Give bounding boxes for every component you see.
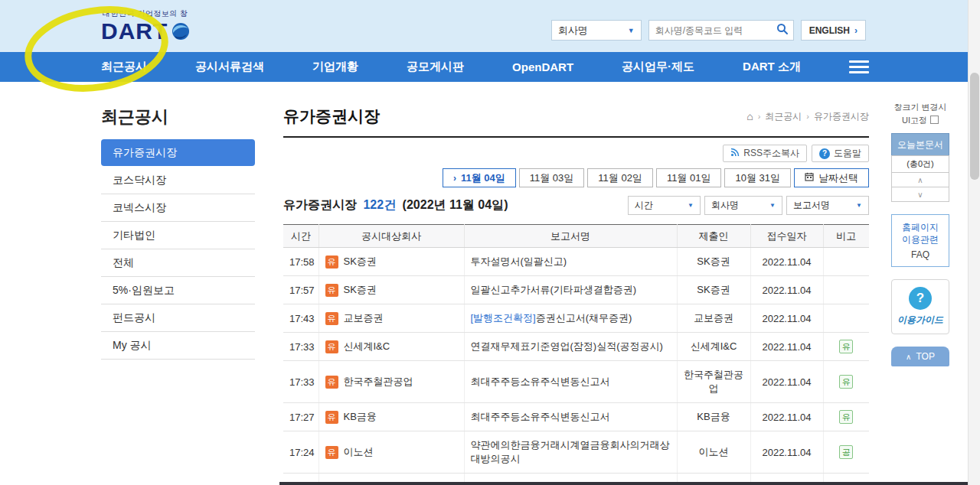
right-rail: 창크기 변경시 UI고정 오늘본문서 (총0건) ∧ ∨ 홈페이지 이용관련 F… [891, 101, 949, 366]
breadcrumb-recent[interactable]: 최근공시 [765, 110, 802, 123]
question-icon: ? [819, 148, 830, 159]
nav-item-disclosure-system[interactable]: 공시업무·제도 [622, 60, 694, 74]
nav-item-dart-intro[interactable]: DART 소개 [743, 60, 801, 74]
row-date: 2022.11.04 [750, 403, 823, 431]
sidebar-item-all[interactable]: 전체 [101, 249, 255, 277]
nav-item-public-offering[interactable]: 공모게시판 [407, 60, 464, 74]
nav-item-opendart[interactable]: OpenDART [512, 60, 573, 73]
row-submitter: 교보증권 [677, 304, 750, 333]
column-header-time: 시간 [283, 225, 318, 248]
menu-bar [849, 60, 869, 63]
nav-item-company-overview[interactable]: 기업개황 [312, 60, 358, 74]
table-row: 17:33 유한국주철관공업 최대주주등소유주식변동신고서 한국주철관공업 20… [283, 361, 869, 403]
page-scrollbar-track[interactable] [968, 0, 980, 485]
sidebar-item-other-corp[interactable]: 기타법인 [101, 222, 255, 249]
report-link[interactable]: 최대주주등소유주식변동신고서 [471, 376, 610, 387]
english-button[interactable]: ENGLISH › [801, 20, 866, 41]
chevron-down-icon: ▼ [688, 202, 694, 209]
date-tab-nov02[interactable]: 11월 02일 [587, 168, 653, 187]
sidebar-item-5pct-exec[interactable]: 5%·임원보고 [101, 277, 255, 304]
page-scrollbar-thumb[interactable] [970, 73, 979, 180]
today-documents-button[interactable]: 오늘본문서 [891, 133, 949, 156]
sidebar-item-kospi[interactable]: 유가증권시장 [101, 139, 255, 166]
column-header-remark: 비고 [823, 225, 869, 248]
search-category-select[interactable]: 회사명 ▼ [551, 20, 642, 41]
company-link[interactable]: 신세계I&C [344, 340, 390, 352]
company-link[interactable]: 이노션 [344, 446, 374, 457]
table-row: 17:27 유KB금융 최대주주등소유주식변동신고서 KB금융 2022.11.… [283, 403, 869, 431]
date-tab-nov03[interactable]: 11월 03일 [519, 168, 585, 187]
date-picker-button[interactable]: 날짜선택 [794, 168, 869, 187]
row-time: 17:24 [283, 431, 318, 474]
date-tab-nov01[interactable]: 11월 01일 [656, 168, 722, 187]
table-row: 17:57 유SK증권 일괄신고추가서류(기타파생결합증권) SK증권 2022… [283, 276, 869, 304]
help-button[interactable]: ? 도움말 [812, 145, 869, 162]
rss-copy-button[interactable]: RSS주소복사 [723, 145, 807, 162]
report-link[interactable]: 연결재무제표기준영업(잠정)실적(공정공시) [471, 340, 663, 352]
sidebar-item-fund[interactable]: 펀드공시 [101, 304, 255, 332]
logo-text: DART [101, 20, 168, 43]
sort-select-report[interactable]: 보고서명 ▼ [786, 196, 869, 215]
table-row: 17:24 유이노션 약관에의한금융거래시계열금융회사의거래상대방의공시 이노션… [283, 431, 869, 474]
date-tabs: › 11월 04일 11월 03일 11월 02일 11월 01일 10월 31… [283, 168, 869, 187]
date-tab-label: 11월 04일 [461, 171, 505, 185]
report-link[interactable]: 최대주주등소유주식변동신고서 [471, 411, 610, 422]
report-link[interactable]: 증권신고서(채무증권) [536, 312, 632, 324]
faq-line2: 이용관련 [893, 233, 947, 246]
sidebar-item-konex[interactable]: 코넥스시장 [101, 194, 255, 222]
nav-item-document-search[interactable]: 공시서류검색 [195, 60, 264, 74]
company-link[interactable]: SK증권 [344, 284, 377, 295]
report-link[interactable]: 약관에의한금융거래시계열금융회사의거래상대방의공시 [471, 439, 670, 464]
faq-label: FAQ [893, 249, 947, 260]
dart-logo-mark-icon [172, 22, 190, 41]
kospi-market-badge: 유 [325, 284, 338, 297]
kospi-market-badge: 유 [325, 256, 338, 269]
search-input[interactable] [655, 25, 776, 36]
sort-select-value: 회사명 [711, 199, 739, 212]
help-label: 도움말 [834, 147, 861, 160]
sort-select-company[interactable]: 회사명 ▼ [704, 196, 782, 215]
usage-guide-link[interactable]: ? 이용가이드 [891, 279, 949, 334]
report-correction-link[interactable]: [발행조건확정] [471, 312, 536, 324]
rss-label: RSS주소복사 [743, 147, 799, 160]
row-submitter: 한국주철관공업 [677, 361, 750, 403]
summary-count: 122건 [363, 198, 396, 211]
result-summary: 유가증권시장 122건 (2022년 11월 04일) [283, 197, 508, 213]
today-docs-prev-button[interactable]: ∧ [891, 172, 949, 187]
home-icon[interactable]: ⌂ [746, 110, 753, 122]
sidebar-item-kosdaq[interactable]: 코스닥시장 [101, 167, 255, 194]
date-tab-nov04[interactable]: › 11월 04일 [443, 168, 516, 187]
row-submitter: SK증권 [677, 276, 750, 304]
date-picker-label: 날짜선택 [818, 171, 858, 185]
arrow-right-icon: › [854, 25, 858, 36]
chevron-down-icon: ▼ [628, 27, 635, 34]
row-time: 17:27 [283, 403, 318, 431]
dart-logo[interactable]: 대한민국 기업정보의 창 DART [101, 8, 190, 43]
company-link[interactable]: KB금융 [344, 411, 377, 422]
search-icon[interactable] [776, 23, 789, 38]
company-link[interactable]: 한국주철관공업 [344, 376, 413, 387]
hamburger-menu-icon[interactable] [849, 60, 869, 73]
faq-link[interactable]: 홈페이지 이용관련 FAQ [891, 214, 949, 267]
kospi-market-badge: 유 [325, 312, 338, 325]
sort-select-value: 보고서명 [793, 199, 830, 212]
row-time: 17:33 [283, 361, 318, 403]
kospi-market-badge: 유 [325, 376, 338, 389]
company-link[interactable]: SK증권 [344, 256, 377, 267]
main-content: 유가증권시장 ⌂ › 최근공시 › 유가증권시장 RSS주소복사 ? 도움말 [283, 106, 869, 485]
date-tab-oct31[interactable]: 10월 31일 [724, 168, 791, 187]
nav-item-recent-disclosure[interactable]: 최근공시 [101, 60, 147, 74]
chevron-up-icon: ∧ [917, 176, 923, 184]
report-link[interactable]: 투자설명서(일괄신고) [471, 256, 567, 267]
sort-select-time[interactable]: 시간 ▼ [628, 196, 701, 215]
page-title: 유가증권시장 [283, 106, 380, 127]
date-tab-label: 11월 02일 [598, 171, 642, 185]
today-docs-next-button[interactable]: ∨ [891, 187, 949, 202]
breadcrumb-kospi[interactable]: 유가증권시장 [814, 110, 869, 123]
scroll-to-top-button[interactable]: ∧ TOP [891, 347, 949, 366]
ui-fix-checkbox[interactable] [930, 116, 939, 124]
sidebar-item-my[interactable]: My 공시 [101, 332, 255, 360]
report-link[interactable]: 일괄신고추가서류(기타파생결합증권) [471, 284, 637, 295]
company-link[interactable]: 교보증권 [344, 312, 384, 324]
row-submitter: 신세계I&C [677, 333, 750, 361]
